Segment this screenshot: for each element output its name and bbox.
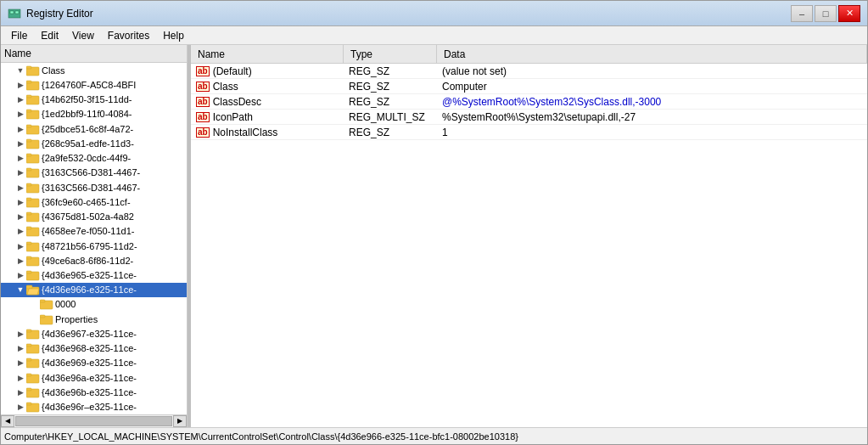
- menu-file[interactable]: File: [4, 28, 34, 43]
- app-icon: [8, 7, 21, 20]
- tree-item-more[interactable]: ▶ {4d36e96r–e325-11ce-: [1, 400, 187, 414]
- tree-label-1ed2bbf9: {1ed2bbf9-11f0-4084-: [42, 109, 132, 119]
- expand-arrow[interactable]: ▶: [14, 79, 26, 91]
- scroll-thumb-h[interactable]: [15, 416, 172, 426]
- expand-arrow[interactable]: ▶: [14, 357, 26, 369]
- expand-arrow[interactable]: ▶: [14, 225, 26, 237]
- tree-label-4d36e968: {4d36e968-e325-11ce-: [42, 343, 137, 353]
- col-header-name[interactable]: Name: [191, 45, 344, 63]
- status-path: Computer\HKEY_LOCAL_MACHINE\SYSTEM\Curre…: [4, 431, 518, 442]
- tree-item-properties[interactable]: Properties: [1, 312, 187, 326]
- tree-label-49ce6ac8: {49ce6ac8-6f86-11d2-: [42, 256, 133, 266]
- table-row[interactable]: ab ClassDesc REG_SZ @%SystemRoot%\System…: [191, 94, 867, 110]
- expand-arrow[interactable]: ▶: [14, 401, 26, 413]
- tree-item-4658ee7e[interactable]: ▶ {4658ee7e-f050-11d1-: [1, 224, 187, 239]
- expand-arrow[interactable]: ▶: [14, 386, 26, 398]
- expand-arrow[interactable]: ▶: [14, 166, 26, 178]
- folder-icon: [26, 269, 40, 281]
- right-pane: Name Type Data ab (Default) REG_SZ: [191, 45, 867, 427]
- expand-arrow[interactable]: ▶: [14, 342, 26, 354]
- col-header-data[interactable]: Data: [437, 45, 867, 63]
- expand-arrow[interactable]: ▼: [14, 284, 26, 296]
- expand-arrow[interactable]: ▶: [14, 108, 26, 120]
- tree-label-4d36e96a: {4d36e96a-e325-11ce-: [42, 373, 137, 383]
- tree-item-4d36e968[interactable]: ▶ {4d36e968-e325-11ce-: [1, 341, 187, 356]
- tree-item-36fc9e60[interactable]: ▶ {36fc9e60-c465-11cf-: [1, 194, 187, 209]
- expand-arrow[interactable]: ▶: [14, 196, 26, 208]
- folder-icon: [26, 138, 40, 149]
- folder-icon: [26, 182, 40, 194]
- menu-view[interactable]: View: [65, 28, 101, 43]
- minimize-button[interactable]: –: [791, 5, 813, 22]
- tree-item-25dbce51[interactable]: ▶ {25dbce51-6c8f-4a72-: [1, 121, 187, 136]
- expand-arrow[interactable]: ▶: [14, 93, 26, 105]
- tree-item-14b62f50[interactable]: ▶ {14b62f50-3f15-11dd-: [1, 93, 187, 107]
- table-row[interactable]: ab Class REG_SZ Computer: [191, 79, 867, 94]
- menu-favorites[interactable]: Favorites: [101, 28, 156, 43]
- reg-data-cell: @%SystemRoot%\System32\SysClass.dll,-300…: [437, 96, 867, 108]
- expand-arrow[interactable]: ▶: [14, 123, 26, 135]
- reg-type-cell: REG_MULTI_SZ: [344, 111, 437, 123]
- svg-rect-28: [26, 242, 31, 245]
- tree-column-header: Name: [1, 45, 187, 63]
- svg-rect-26: [26, 227, 31, 229]
- tree-item-4d36e966[interactable]: ▼ {4d36e966-e325-11ce-: [1, 283, 187, 297]
- tree-item-268c95a1[interactable]: ▶ {268c95a1-edfe-11d3-: [1, 136, 187, 150]
- table-row[interactable]: ab NoInstallClass REG_SZ 1: [191, 125, 867, 140]
- tree-item-3163c566b[interactable]: ▶ {3163C566-D381-4467-: [1, 180, 187, 194]
- tree-scrollbar-h[interactable]: ◀ ▶: [1, 414, 187, 427]
- scroll-left-btn[interactable]: ◀: [1, 415, 14, 427]
- svg-rect-37: [40, 300, 45, 302]
- col-data-label: Data: [444, 48, 465, 60]
- tree-item-1ed2bbf9[interactable]: ▶ {1ed2bbf9-11f0-4084-: [1, 107, 187, 121]
- expand-arrow[interactable]: ▶: [14, 211, 26, 222]
- svg-rect-20: [26, 183, 31, 186]
- scroll-right-btn[interactable]: ▶: [173, 415, 187, 427]
- maximize-button[interactable]: □: [815, 5, 837, 22]
- svg-rect-32: [26, 271, 31, 273]
- expand-arrow[interactable]: ▶: [14, 255, 26, 267]
- svg-rect-39: [40, 315, 45, 318]
- expand-arrow[interactable]: ▶: [14, 240, 26, 252]
- folder-icon: [40, 298, 53, 310]
- svg-rect-4: [26, 66, 31, 69]
- tree-item-class[interactable]: ▼ Class: [1, 63, 187, 77]
- ab-icon: ab: [196, 127, 210, 138]
- expand-arrow[interactable]: ▶: [14, 372, 26, 384]
- window-title: Registry Editor: [26, 8, 93, 20]
- close-button[interactable]: ✕: [838, 5, 860, 22]
- expand-arrow[interactable]: ▶: [14, 182, 26, 194]
- tree-label-0000: 0000: [55, 299, 76, 309]
- tree-item-4d36e967[interactable]: ▶ {4d36e967-e325-11ce-: [1, 326, 187, 341]
- tree-item-48721b56[interactable]: ▶ {48721b56-6795-11d2-: [1, 239, 187, 253]
- expand-arrow[interactable]: ▶: [14, 269, 26, 281]
- expand-arrow[interactable]: ▶: [14, 138, 26, 149]
- expand-arrow[interactable]: ▶: [14, 328, 26, 340]
- tree-item-43675d81[interactable]: ▶ {43675d81-502a-4a82: [1, 209, 187, 223]
- expand-arrow[interactable]: ▼: [14, 65, 26, 76]
- tree-item-4d36e96a[interactable]: ▶ {4d36e96a-e325-11ce-: [1, 370, 187, 385]
- menu-help[interactable]: Help: [156, 28, 191, 43]
- table-row[interactable]: ab IconPath REG_MULTI_SZ %SystemRoot%\Sy…: [191, 110, 867, 125]
- tree-item-2a9fe532[interactable]: ▶ {2a9fe532-0cdc-44f9-: [1, 151, 187, 166]
- svg-rect-2: [15, 11, 19, 14]
- tree-item-4d36e965[interactable]: ▶ {4d36e965-e325-11ce-: [1, 268, 187, 282]
- col-header-type[interactable]: Type: [344, 45, 437, 63]
- tree-label-3163c566a: {3163C566-D381-4467-: [42, 167, 140, 177]
- tree-item-4d36e969[interactable]: ▶ {4d36e969-e325-11ce-: [1, 356, 187, 370]
- svg-rect-34: [26, 285, 32, 289]
- table-row[interactable]: ab (Default) REG_SZ (value not set): [191, 64, 867, 79]
- reg-name-cell: ab (Default): [191, 65, 344, 77]
- expand-arrow[interactable]: ▶: [14, 152, 26, 164]
- tree-item-1264760f[interactable]: ▶ {1264760F-A5C8-4BFI: [1, 77, 187, 92]
- tree-item-49ce6ac8[interactable]: ▶ {49ce6ac8-6f86-11d2-: [1, 253, 187, 268]
- reg-type-cell: REG_SZ: [344, 81, 437, 93]
- svg-rect-6: [26, 81, 31, 83]
- folder-icon: [40, 313, 53, 325]
- reg-type-cell: REG_SZ: [344, 127, 437, 138]
- ab-icon: ab: [196, 97, 210, 107]
- tree-item-0000[interactable]: 0000: [1, 297, 187, 312]
- tree-item-3163c566a[interactable]: ▶ {3163C566-D381-4467-: [1, 166, 187, 180]
- menu-edit[interactable]: Edit: [34, 28, 65, 43]
- tree-item-4d36e96b[interactable]: ▶ {4d36e96b-e325-11ce-: [1, 385, 187, 399]
